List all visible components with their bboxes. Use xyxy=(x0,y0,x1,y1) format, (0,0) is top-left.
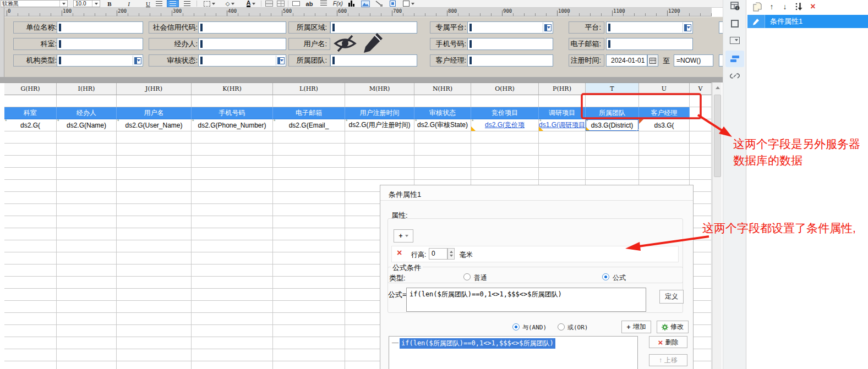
grid-data-cell[interactable]: ds1.G(调研项目* xyxy=(539,119,586,131)
grid-cell[interactable] xyxy=(4,180,57,192)
grid-data-cell[interactable]: ds2.G(Email_* xyxy=(273,119,345,131)
grid-cell[interactable] xyxy=(539,156,586,168)
chevron-down-icon[interactable] xyxy=(92,1,100,7)
delete-button[interactable]: × xyxy=(808,2,818,12)
grid-cell[interactable] xyxy=(192,240,273,252)
grid-column-header[interactable]: V xyxy=(690,83,712,95)
grid-header-cell[interactable]: 经办人 xyxy=(57,107,117,119)
credit-code-input[interactable] xyxy=(198,21,286,34)
grid-header-cell[interactable]: 电子邮箱 xyxy=(273,107,345,119)
cell-attribute-table-button[interactable]: i xyxy=(723,1,746,11)
border-style-button[interactable] xyxy=(201,0,217,7)
grid-cell[interactable] xyxy=(57,313,117,325)
register-end-date[interactable]: =NOW() xyxy=(674,54,713,67)
radio-or[interactable] xyxy=(558,323,565,331)
grid-cell[interactable] xyxy=(57,156,117,168)
grid-cell[interactable] xyxy=(4,252,57,265)
grid-cell[interactable] xyxy=(539,144,586,156)
line-tool-button[interactable] xyxy=(374,0,384,7)
grid-cell[interactable] xyxy=(4,361,57,369)
grid-header-cell[interactable]: 审核状态 xyxy=(414,107,471,119)
grid-cell[interactable] xyxy=(345,156,414,168)
grid-cell[interactable] xyxy=(414,168,471,180)
row-height-spinner[interactable] xyxy=(447,248,455,260)
grid-cell[interactable] xyxy=(192,325,273,337)
grid-cell[interactable] xyxy=(273,180,345,192)
grid-cell[interactable] xyxy=(273,144,345,156)
grid-cell[interactable] xyxy=(345,131,414,144)
grid-cell[interactable] xyxy=(4,240,57,252)
radio-or-label[interactable]: 或(OR) xyxy=(567,323,588,332)
grid-cell[interactable] xyxy=(639,131,690,144)
grid-cell[interactable] xyxy=(57,95,117,107)
grid-cell[interactable] xyxy=(539,131,586,144)
eye-off-icon[interactable] xyxy=(332,34,358,53)
grid-cell[interactable] xyxy=(192,95,273,107)
grid-cell[interactable] xyxy=(117,313,192,325)
modify-condition-button[interactable]: 修改 xyxy=(657,321,689,333)
dropdown-button[interactable] xyxy=(543,23,552,32)
grid-header-cell[interactable]: 用户名 xyxy=(117,107,192,119)
move-down-button[interactable]: ↓ xyxy=(780,2,789,12)
condition-attribute-item[interactable]: 条件属性1 xyxy=(747,15,868,28)
grid-vertical-scrollbar[interactable] xyxy=(712,82,722,369)
company-name-input[interactable] xyxy=(57,21,143,34)
hyperlink-button[interactable] xyxy=(723,70,746,81)
move-up-condition-button[interactable]: ↑上移 xyxy=(649,354,687,366)
calendar-button[interactable] xyxy=(647,54,658,67)
grid-column-header[interactable]: U xyxy=(639,83,690,95)
grid-data-cell[interactable]: ds3.G(* xyxy=(639,119,690,131)
grid-cell[interactable] xyxy=(57,192,117,204)
chevron-down-icon[interactable] xyxy=(59,1,67,7)
grid-cell[interactable] xyxy=(57,252,117,265)
merge-cells-button[interactable] xyxy=(264,0,274,7)
row-height-input[interactable]: 0 xyxy=(429,248,447,260)
grid-column-header[interactable]: M(HR) xyxy=(345,83,414,95)
grid-cell[interactable] xyxy=(4,337,57,349)
grid-header-cell[interactable]: 调研项目 xyxy=(539,107,586,119)
fill-color-button[interactable]: ◇ xyxy=(222,0,238,7)
grid-cell[interactable] xyxy=(57,265,117,277)
condition-list-item-selected[interactable]: if(len($所属团队)==0,1<>1,$$$<>$所属团队) xyxy=(400,338,555,349)
grid-cell[interactable] xyxy=(192,192,273,204)
grid-cell[interactable] xyxy=(471,144,539,156)
grid-cell[interactable] xyxy=(4,349,57,361)
grid-cell[interactable] xyxy=(273,265,345,277)
grid-cell[interactable] xyxy=(273,349,345,361)
grid-column-header[interactable]: O(HR) xyxy=(471,83,539,95)
bold-button[interactable]: B xyxy=(105,0,114,7)
grid-cell[interactable] xyxy=(192,228,273,240)
grid-cell[interactable] xyxy=(4,216,57,228)
dropdown-button[interactable] xyxy=(683,23,692,32)
grid-cell[interactable] xyxy=(192,204,273,216)
grid-cell[interactable] xyxy=(471,156,539,168)
grid-cell[interactable] xyxy=(57,131,117,144)
grid-cell[interactable] xyxy=(117,228,192,240)
grid-cell[interactable] xyxy=(539,168,586,180)
grid-cell[interactable] xyxy=(57,301,117,313)
grid-cell[interactable] xyxy=(192,131,273,144)
grid-data-cell[interactable]: ds2.G(竞价项* xyxy=(471,119,539,131)
grid-cell[interactable] xyxy=(4,301,57,313)
grid-cell[interactable] xyxy=(273,95,345,107)
grid-cell[interactable] xyxy=(117,361,192,369)
copy-button[interactable] xyxy=(752,2,763,12)
grid-data-cell[interactable]: ds2.G(用户注册时间)* xyxy=(345,119,414,131)
grid-cell[interactable] xyxy=(4,192,57,204)
grid-cell[interactable] xyxy=(586,156,639,168)
grid-column-header[interactable]: G(HR) xyxy=(4,83,57,95)
grid-cell[interactable] xyxy=(273,192,345,204)
grid-data-cell[interactable]: ds2.G(Name)* xyxy=(57,119,117,131)
platform-combo[interactable] xyxy=(606,21,693,34)
grid-cell[interactable] xyxy=(414,131,471,144)
grid-cell[interactable] xyxy=(345,144,414,156)
grid-cell[interactable] xyxy=(273,204,345,216)
radio-formula[interactable] xyxy=(602,273,609,280)
grid-cell[interactable] xyxy=(471,168,539,180)
grid-column-header[interactable]: T xyxy=(586,83,639,95)
grid-cell[interactable] xyxy=(57,277,117,289)
dropdown-button[interactable] xyxy=(133,56,142,65)
grid-cell[interactable] xyxy=(4,313,57,325)
grid-header-cell[interactable]: 用户注册时间 xyxy=(345,107,414,119)
grid-data-cell[interactable]: ds2.G(* xyxy=(4,119,57,131)
